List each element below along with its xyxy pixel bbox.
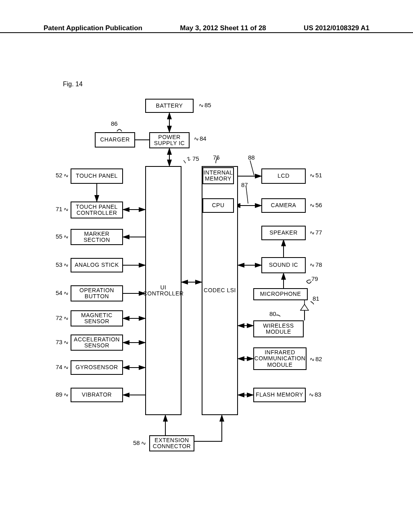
ref-87: 87 xyxy=(241,181,248,188)
ref-71: 71∿ xyxy=(56,206,69,213)
block-touch-panel: TOUCH PANEL xyxy=(71,168,123,184)
block-acceleration-sensor: ACCELERATION SENSOR xyxy=(71,335,123,351)
block-vibrator: VIBRATOR xyxy=(71,388,123,402)
block-diagram: BATTERY ∿85 CHARGER 86 POWER SUPPLY IC ∿… xyxy=(52,97,363,476)
ref-89: 89∿ xyxy=(56,391,69,398)
ref-52: 52∿ xyxy=(56,172,69,179)
block-magnetic-sensor: MAGNETIC SENSOR xyxy=(71,310,123,326)
ref-77: ∿77 xyxy=(309,229,322,236)
block-sound-ic: SOUND IC xyxy=(261,257,306,273)
ref-76: 76 xyxy=(213,154,220,161)
ref-82: ∿82 xyxy=(309,355,322,363)
ref-54: 54∿ xyxy=(56,289,69,297)
ref-81: 81 xyxy=(313,295,319,302)
header-left: Patent Application Publication xyxy=(44,24,142,32)
ref-80: 80 xyxy=(269,310,276,317)
ref-86: 86 xyxy=(111,120,118,127)
ref-73: 73∿ xyxy=(56,339,69,346)
block-infrared-module: INFRARED COMMUNICATION MODULE xyxy=(253,347,307,370)
block-flash-memory: FLASH MEMORY xyxy=(253,388,306,402)
figure-label: Fig. 14 xyxy=(63,81,83,88)
block-touch-panel-controller: TOUCH PANEL CONTROLLER xyxy=(71,202,123,218)
block-lcd: LCD xyxy=(261,168,306,184)
ref-55: 55∿ xyxy=(56,233,69,240)
block-operation-button: OPERATION BUTTON xyxy=(71,285,123,301)
block-battery: BATTERY xyxy=(145,99,194,113)
header-center: May 3, 2012 Sheet 11 of 28 xyxy=(180,24,266,32)
ref-72: 72∿ xyxy=(56,314,69,322)
block-extension-connector: EXTENSION CONNECTOR xyxy=(149,435,194,451)
block-gyrosensor: GYROSENSOR xyxy=(71,360,123,375)
ref-79: 79 xyxy=(311,275,318,282)
block-charger: CHARGER xyxy=(95,132,135,148)
ref-84: ∿84 xyxy=(193,135,206,142)
ref-74: 74∿ xyxy=(56,364,69,371)
block-power-supply: POWER SUPPLY IC xyxy=(149,132,190,148)
ref-78: ∿78 xyxy=(309,261,322,268)
block-internal-memory: INTERNAL MEMORY xyxy=(202,167,234,184)
block-microphone: MICROPHONE xyxy=(253,288,308,300)
ref-53: 53∿ xyxy=(56,261,69,268)
header-right: US 2012/0108329 A1 xyxy=(304,24,369,32)
ref-88: 88 xyxy=(248,154,255,161)
ref-83: ∿83 xyxy=(308,391,321,398)
svg-line-15 xyxy=(246,186,248,204)
block-ui-controller: UI CONTROLLER xyxy=(145,166,181,415)
block-speaker: SPEAKER xyxy=(261,226,306,240)
ref-56: ∿56 xyxy=(309,202,322,209)
svg-line-13 xyxy=(250,160,254,175)
ref-75: ∿75 xyxy=(186,155,199,162)
block-analog-stick: ANALOG STICK xyxy=(71,258,123,272)
ref-51: ∿51 xyxy=(309,172,322,179)
block-cpu: CPU xyxy=(202,198,234,213)
ref-85: ∿85 xyxy=(198,102,211,109)
ref-58: 58∿ xyxy=(133,439,147,447)
block-camera: CAMERA xyxy=(261,198,306,213)
block-marker: MARKER SECTION xyxy=(71,229,123,245)
block-wireless-module: WIRELESS MODULE xyxy=(253,320,304,337)
